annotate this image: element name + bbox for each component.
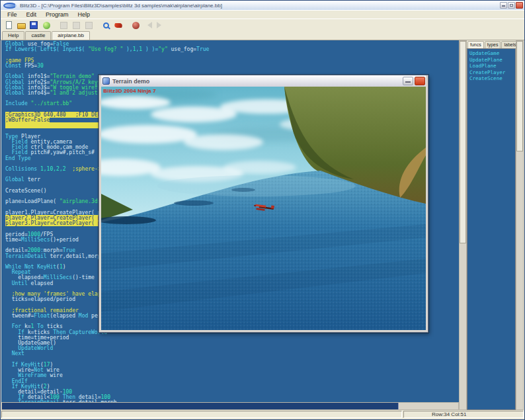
code-browser-panel: funcstypeslabels UpdateGameUpdatePlaneLo… [467,40,516,410]
close-file-icon [43,22,50,29]
code-line: WireFrame wire [5,373,459,378]
toolbar-separator [95,20,100,31]
new-file-icon [6,21,12,29]
code-line: EndIf [5,379,459,384]
app-titlebar[interactable]: Blitz3D - [C:\Program Files\Blitz3D\samp… [1,1,524,10]
menu-item-program[interactable]: Program [41,11,73,18]
demo-minimize-button[interactable] [403,77,413,85]
function-list-item[interactable]: UpdateGame [469,50,515,57]
code-line: If Lower$( Left$( Input$( "Use fog? " ),… [5,47,459,52]
demo-viewport[interactable]: Blitz3D 2004 Ninja 7 [101,87,426,330]
tab-castle[interactable]: castle [25,31,51,40]
code-line: Const FPS=30 [5,63,459,69]
back-icon [144,22,152,28]
back-button [142,20,154,31]
demo-close-button[interactable] [415,77,425,85]
find-icon [103,22,109,28]
terrain-scene [101,87,426,330]
tab-airplane-bb[interactable]: airplane.bb [52,31,90,40]
code-line: If KeyHit(17) [5,362,459,368]
function-list-item[interactable]: CreatePlayer [469,69,515,76]
demo-window[interactable]: Terrain demo [99,75,428,333]
cut-button [58,20,69,31]
menu-item-file[interactable]: File [3,11,22,18]
panel-vscroll-thumb[interactable] [516,41,523,151]
tab-help[interactable]: Help [2,31,24,40]
code-line: time=time+period [5,335,459,341]
hscroll-thumb[interactable] [2,403,399,409]
cut-icon [60,22,67,29]
maximize-button[interactable] [508,2,515,9]
copy-button [70,20,82,31]
status-bar: Row:34 Col:51 [1,410,524,419]
menu-item-help[interactable]: Help [73,11,95,18]
code-line: UpdateWorld [5,346,459,351]
function-list-item[interactable]: UpdatePlane [469,57,515,63]
paste-icon [85,22,93,29]
panel-tab-types[interactable]: types [485,41,501,48]
toolbar-separator [125,20,130,31]
save-file-icon [30,21,38,29]
function-list-item[interactable]: CreateScene [469,75,515,82]
status-message-cell [1,411,402,418]
new-file-button[interactable] [3,20,15,31]
forward-icon [157,22,165,28]
code-line: UpdateGame() [5,341,459,346]
demo-app-icon [102,77,110,85]
demo-window-title: Terrain demo [112,78,149,85]
code-line [5,357,459,362]
demo-window-titlebar[interactable]: Terrain demo [101,75,426,87]
function-list-item[interactable]: LoadPlane [469,63,515,69]
editor-vertical-scrollbar[interactable] [459,40,467,410]
code-line: If KeyHit(2) [5,384,459,390]
panel-tab-bar: funcstypeslabels [467,40,516,48]
window-title: Blitz3D - [C:\Program Files\Blitz3D\samp… [20,3,222,9]
panel-vertical-scrollbar[interactable] [516,40,524,410]
file-tab-bar: Helpcastleairplane.bb [1,31,524,40]
function-list[interactable]: UpdateGameUpdatePlaneLoadPlaneCreatePlay… [467,48,516,410]
menu-bar: FileEditProgramHelp [1,10,524,19]
code-line: wire=Not wire [5,368,459,373]
run-program-button[interactable] [112,20,124,31]
close-file-button[interactable] [40,20,52,31]
toolbar-separator [53,20,58,31]
vscroll-thumb[interactable] [460,41,466,243]
cursor-position: Row:34 Col:51 [403,411,524,418]
menu-item-edit[interactable]: Edit [22,11,42,18]
panel-tab-funcs[interactable]: funcs [467,41,484,48]
run-program-icon [114,23,123,28]
editor-horizontal-scrollbar[interactable] [1,402,459,410]
code-line: Next [5,351,459,357]
toolbar [1,19,524,31]
code-line [5,52,459,58]
home-button[interactable] [130,20,141,31]
forward-button [155,20,167,31]
save-file-button[interactable] [28,20,40,31]
minimize-button[interactable] [500,2,507,9]
copy-icon [73,22,80,29]
code-line: ;game FPS [5,58,459,63]
paste-button [83,20,95,31]
open-file-button[interactable] [15,20,27,31]
open-file-icon [17,23,26,29]
blitz3d-logo-icon [3,3,17,9]
app-window: Blitz3D - [C:\Program Files\Blitz3D\samp… [0,0,525,420]
home-icon [132,22,140,29]
close-button[interactable] [516,2,523,9]
demo-overlay-text: Blitz3D 2004 Ninja 7 [103,88,156,94]
find-button[interactable] [100,20,112,31]
